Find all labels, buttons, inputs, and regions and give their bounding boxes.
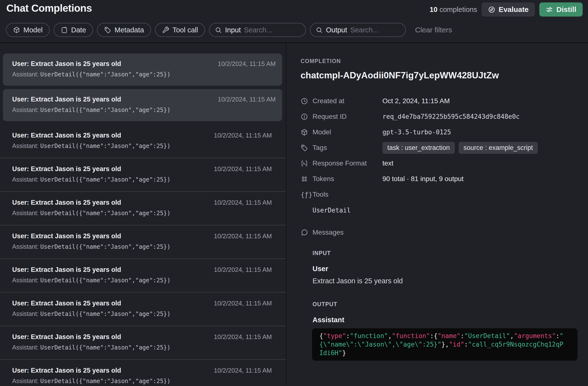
terminal-icon xyxy=(301,160,309,167)
filter-date-label: Date xyxy=(71,26,86,34)
created-at-value: Oct 2, 2024, 11:15 AM xyxy=(382,97,450,105)
item-title-row: User: Extract Jason is 25 years old 10/2… xyxy=(12,165,272,173)
evaluate-button[interactable]: Evaluate xyxy=(482,2,535,17)
tag-chip: task : user_extraction xyxy=(382,142,455,154)
completion-id: chatcmpl-ADyAodii0NF7ig7yLepWW428UJtZw xyxy=(301,70,578,81)
input-message-text: Extract Jason is 25 years old xyxy=(313,277,578,285)
item-user-text: User: Extract Jason is 25 years old xyxy=(12,333,121,341)
meta-row-model: Model gpt-3.5-turbo-0125 xyxy=(301,124,578,140)
chat-bubble-icon xyxy=(301,229,309,236)
item-assistant-prefix: Assistant: xyxy=(12,210,40,216)
output-role: Assistant xyxy=(313,316,578,324)
item-user-text: User: Extract Jason is 25 years old xyxy=(12,266,121,273)
output-search-label: Output xyxy=(326,26,347,34)
search-icon xyxy=(215,26,222,34)
item-title-row: User: Extract Jason is 25 years old 10/2… xyxy=(12,299,272,307)
tag-icon xyxy=(301,144,309,152)
item-assistant-row: Assistant: UserDetail({"name":"Jason","a… xyxy=(12,377,272,385)
item-assistant-code: UserDetail({"name":"Jason","age":25}) xyxy=(40,176,170,183)
completion-list-item[interactable]: User: Extract Jason is 25 years old 10/2… xyxy=(3,89,282,121)
item-assistant-code: UserDetail({"name":"Jason","age":25}) xyxy=(40,71,170,78)
meta-row-created-at: Created at Oct 2, 2024, 11:15 AM xyxy=(301,93,578,109)
clear-filters-button[interactable]: Clear filters xyxy=(415,26,452,34)
input-heading: INPUT xyxy=(313,250,578,256)
meta-label: Tools xyxy=(313,191,382,198)
item-assistant-code: UserDetail({"name":"Jason","age":25}) xyxy=(40,378,170,385)
meta-label: Created at xyxy=(313,97,382,105)
distill-button[interactable]: Distill xyxy=(539,2,583,17)
header-actions: 10 completions Evaluate Distill xyxy=(430,2,583,17)
item-timestamp: 10/2/2024, 11:15 AM xyxy=(214,165,272,173)
item-user-text: User: Extract Jason is 25 years old xyxy=(12,96,121,103)
tool-call-json: {"type":"function","function":{"name":"U… xyxy=(319,332,566,357)
item-user-text: User: Extract Jason is 25 years old xyxy=(12,165,121,173)
input-search-field[interactable] xyxy=(244,26,300,34)
cube-icon xyxy=(301,129,309,136)
completion-list-item[interactable]: User: Extract Jason is 25 years old 10/2… xyxy=(0,359,286,385)
item-user-text: User: Extract Jason is 25 years old xyxy=(12,199,121,206)
messages-label: Messages xyxy=(313,229,344,236)
item-user-text: User: Extract Jason is 25 years old xyxy=(12,299,121,307)
completion-list-item[interactable]: User: Extract Jason is 25 years old 10/2… xyxy=(0,225,286,258)
item-timestamp: 10/2/2024, 11:15 AM xyxy=(214,199,272,206)
filter-model-label: Model xyxy=(23,26,43,34)
completion-list-item[interactable]: User: Extract Jason is 25 years old 10/2… xyxy=(0,292,286,326)
filter-metadata[interactable]: Metadata xyxy=(97,23,151,37)
item-title-row: User: Extract Jason is 25 years old 10/2… xyxy=(12,266,272,273)
item-user-text: User: Extract Jason is 25 years old xyxy=(12,367,121,374)
completion-list-item[interactable]: User: Extract Jason is 25 years old 10/2… xyxy=(3,54,282,86)
item-assistant-code: UserDetail({"name":"Jason","age":25}) xyxy=(40,277,170,284)
item-assistant-row: Assistant: UserDetail({"name":"Jason","a… xyxy=(12,176,272,184)
item-timestamp: 10/2/2024, 11:15 AM xyxy=(214,132,272,139)
meta-row-tools: {ƒ} Tools xyxy=(301,187,578,202)
item-title-row: User: Extract Jason is 25 years old 10/2… xyxy=(12,367,272,374)
completion-list-item[interactable]: User: Extract Jason is 25 years old 10/2… xyxy=(0,326,286,359)
meta-label: Tags xyxy=(313,144,382,152)
completion-list-item[interactable]: User: Extract Jason is 25 years old 10/2… xyxy=(0,258,286,292)
completion-list-item[interactable]: User: Extract Jason is 25 years old 10/2… xyxy=(0,158,286,191)
item-assistant-row: Assistant: UserDetail({"name":"Jason","a… xyxy=(12,344,272,352)
item-assistant-row: Assistant: UserDetail({"name":"Jason","a… xyxy=(12,276,272,285)
item-assistant-row: Assistant: UserDetail({"name":"Jason","a… xyxy=(12,310,272,318)
item-title-row: User: Extract Jason is 25 years old 10/2… xyxy=(12,132,272,139)
tag-icon xyxy=(104,26,111,34)
output-search-pill[interactable]: Output xyxy=(310,23,406,37)
filter-tool-call-label: Tool call xyxy=(172,26,198,34)
item-title-row: User: Extract Jason is 25 years old 10/2… xyxy=(12,333,272,341)
item-assistant-code: UserDetail({"name":"Jason","age":25}) xyxy=(40,210,170,217)
item-assistant-prefix: Assistant: xyxy=(12,277,40,284)
item-assistant-prefix: Assistant: xyxy=(12,243,40,250)
clock-icon xyxy=(301,97,309,105)
completion-detail-panel: COMPLETION chatcmpl-ADyAodii0NF7ig7yLepW… xyxy=(286,43,588,385)
output-search-field[interactable] xyxy=(350,26,400,34)
response-format-value: text xyxy=(382,159,393,167)
filter-model[interactable]: Model xyxy=(6,23,50,37)
item-assistant-row: Assistant: UserDetail({"name":"Jason","a… xyxy=(12,71,276,79)
filter-date[interactable]: Date xyxy=(54,23,93,37)
filter-tool-call[interactable]: Tool call xyxy=(155,23,205,37)
item-timestamp: 10/2/2024, 11:15 AM xyxy=(214,232,272,240)
page-header: Chat Completions 10 completions Evaluate… xyxy=(0,0,588,43)
meta-row-response-format: Response Format text xyxy=(301,155,578,171)
completion-list-item[interactable]: User: Extract Jason is 25 years old 10/2… xyxy=(0,191,286,225)
messages-header: Messages xyxy=(301,228,578,237)
item-assistant-row: Assistant: UserDetail({"name":"Jason","a… xyxy=(12,209,272,218)
meta-row-tags: Tags task : user_extractionsource : exam… xyxy=(301,140,578,155)
meta-label: Request ID xyxy=(313,113,382,120)
input-search-pill[interactable]: Input xyxy=(209,23,306,37)
completion-list-item[interactable]: User: Extract Jason is 25 years old 10/2… xyxy=(0,125,286,158)
item-user-text: User: Extract Jason is 25 years old xyxy=(12,232,121,240)
meta-label: Response Format xyxy=(313,159,382,167)
item-assistant-prefix: Assistant: xyxy=(12,71,40,78)
item-assistant-prefix: Assistant: xyxy=(12,377,40,384)
filter-metadata-label: Metadata xyxy=(114,26,144,34)
item-timestamp: 10/2/2024, 11:15 AM xyxy=(214,299,272,307)
completions-count: 10 completions xyxy=(430,6,477,14)
distill-button-label: Distill xyxy=(556,5,576,14)
completion-metadata: Created at Oct 2, 2024, 11:15 AM Request… xyxy=(301,93,578,202)
item-title-row: User: Extract Jason is 25 years old 10/2… xyxy=(12,60,276,68)
meta-row-request-id: Request ID req_d4e7ba759225b595c584243d9… xyxy=(301,109,578,124)
completion-section-label: COMPLETION xyxy=(301,58,578,64)
input-role: User xyxy=(313,265,578,273)
sliders-icon xyxy=(546,6,553,13)
